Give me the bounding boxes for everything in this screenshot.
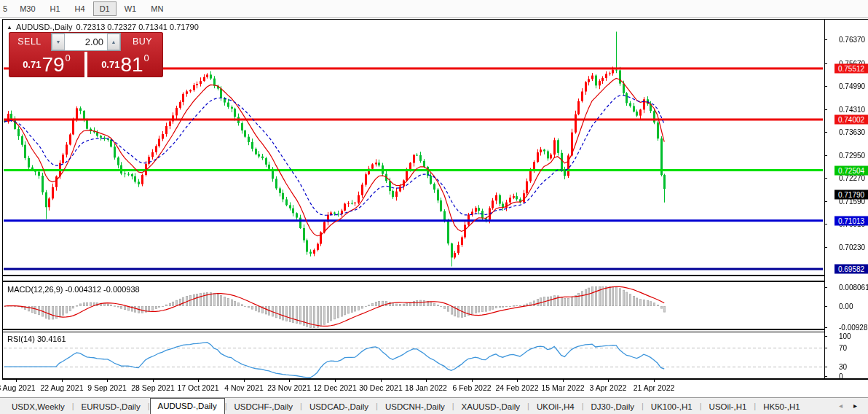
date-axis-tick xyxy=(198,379,199,382)
mt4-terminal: 5M30H1H4D1W1MN ▲ AUDUSD-,Daily 0.72313 0… xyxy=(0,0,868,414)
price-axis-label: 0.76370 xyxy=(839,36,865,44)
ask-price-big-digits: 81 xyxy=(120,55,143,75)
date-axis-tick xyxy=(472,379,473,382)
bid-price-pipette: 0 xyxy=(66,52,71,63)
date-axis-tick xyxy=(244,379,245,382)
rsi-axis-label: 70 xyxy=(839,344,847,352)
tab-usdcnh-daily[interactable]: USDCNH-,Daily xyxy=(378,400,452,414)
rsi-window-top-border xyxy=(2,332,824,332)
timeframe-button-h1[interactable]: H1 xyxy=(44,1,67,16)
chart-tab-bar: USDX,Weekly|EURUSD-,Daily|AUDUSD-,Daily|… xyxy=(0,397,868,414)
tab-audusd-daily[interactable]: AUDUSD-,Daily xyxy=(150,398,225,414)
date-axis-label: 4 Nov 2021 xyxy=(224,383,264,392)
timeframe-button-5[interactable]: 5 xyxy=(1,1,12,16)
date-axis-tick xyxy=(335,379,336,382)
rsi-axis-tick xyxy=(824,348,827,348)
timeframe-toolbar: 5M30H1H4D1W1MN xyxy=(0,0,868,18)
tab-uk100-h1[interactable]: UK100-,H1 xyxy=(644,400,700,414)
date-axis-tick xyxy=(654,379,655,382)
tab-usdchf-daily[interactable]: USDCHF-,Daily xyxy=(227,400,301,414)
volume-spinner: ▼ ▲ xyxy=(51,33,121,51)
collapse-triangle-icon[interactable]: ▲ xyxy=(7,24,12,31)
tab-scroll-left-icon[interactable]: ◂ xyxy=(839,402,843,410)
tab-xauusd-daily[interactable]: XAUUSD-,Daily xyxy=(454,400,528,414)
macd-axis-label: 0.00 xyxy=(839,302,853,310)
date-axis-tick xyxy=(426,379,427,382)
date-axis-label: 28 Sep 2021 xyxy=(131,383,175,392)
ask-price-prefix: 0.71 xyxy=(101,59,119,70)
ask-price-panel[interactable]: 0.71 81 0 xyxy=(87,52,163,77)
volume-decrease-button[interactable]: ▼ xyxy=(52,34,65,50)
price-badge: 0.69582 xyxy=(835,265,868,274)
one-click-trading-widget: SELL BUY ▼ ▲ 0.71 79 0 0.71 81 0 xyxy=(9,32,163,77)
tab-scroll-right-icon[interactable]: ▸ xyxy=(853,402,857,410)
timeframe-button-w1[interactable]: W1 xyxy=(118,1,143,16)
price-axis-label: 0.74310 xyxy=(839,106,865,114)
macd-window-bottom-border xyxy=(2,329,824,330)
timeframe-button-mn[interactable]: MN xyxy=(144,1,170,16)
price-axis-tick xyxy=(824,178,827,179)
price-axis-tick xyxy=(824,39,827,40)
date-axis-tick xyxy=(608,379,609,382)
bid-price-panel[interactable]: 0.71 79 0 xyxy=(9,52,84,77)
date-axis-tick xyxy=(517,379,518,382)
tab-dj30-daily[interactable]: DJ30-,Daily xyxy=(584,400,642,414)
rsi-axis-tick xyxy=(824,336,827,337)
volume-increase-button[interactable]: ▲ xyxy=(107,34,120,50)
date-axis-tick xyxy=(563,379,564,382)
date-axis-tick xyxy=(62,379,63,382)
price-axis-label: 0.72950 xyxy=(839,152,865,160)
chart-left-border xyxy=(2,19,3,379)
tab-ukoil-h4[interactable]: UKOil-,H4 xyxy=(529,400,582,414)
macd-axis-tick xyxy=(824,287,827,288)
price-axis-tick xyxy=(824,224,827,224)
date-axis-tick xyxy=(381,379,382,382)
date-axis-label: 24 Feb 2022 xyxy=(496,383,539,392)
volume-input[interactable] xyxy=(65,34,107,50)
price-axis-tick xyxy=(824,63,827,64)
tab-usdx-weekly[interactable]: USDX,Weekly xyxy=(4,400,72,414)
rsi-axis-label: 100 xyxy=(839,332,851,340)
chart-title: ▲ AUDUSD-,Daily 0.72313 0.72327 0.71341 … xyxy=(7,23,199,31)
macd-indicator-label: MACD(12,26,9) -0.004312 -0.000938 xyxy=(7,285,140,294)
rsi-axis-label: 30 xyxy=(839,363,847,371)
date-axis-tick xyxy=(16,379,17,382)
timeframe-button-m30[interactable]: M30 xyxy=(13,1,42,16)
date-axis-tick xyxy=(107,379,108,382)
tab-eurusd-daily[interactable]: EURUSD-,Daily xyxy=(74,400,148,414)
date-axis-tick xyxy=(289,379,290,382)
macd-axis-tick xyxy=(824,306,827,307)
macd-axis-label: 0.008061 xyxy=(839,284,868,292)
price-badge: 0.71790 xyxy=(835,190,868,200)
date-axis-label: 21 Apr 2022 xyxy=(634,383,675,392)
price-axis-separator xyxy=(824,19,825,379)
timeframe-button-d1[interactable]: D1 xyxy=(93,1,117,16)
price-axis-label: 0.73630 xyxy=(839,128,865,136)
macd-window-top-border xyxy=(2,281,824,282)
rsi-axis-tick xyxy=(824,367,827,367)
price-badge: 0.71013 xyxy=(835,216,868,226)
tab-hk50-h1[interactable]: HK50-,H1 xyxy=(756,400,808,414)
timeframe-button-h4[interactable]: H4 xyxy=(68,1,92,16)
date-axis-label: 6 Feb 2022 xyxy=(452,383,491,392)
price-axis-tick xyxy=(824,155,827,156)
bid-price-prefix: 0.71 xyxy=(23,59,41,70)
sell-button[interactable]: SELL xyxy=(9,32,50,52)
date-axis-label: 18 Jan 2022 xyxy=(405,383,447,392)
bid-price-big-digits: 79 xyxy=(42,55,64,75)
price-badge: 0.75512 xyxy=(835,64,868,74)
date-axis-label: 23 Nov 2021 xyxy=(267,383,311,392)
macd-axis-tick xyxy=(824,327,827,328)
price-axis-tick xyxy=(824,247,827,248)
price-axis-tick xyxy=(824,109,827,110)
tab-usoil-h1[interactable]: USOil-,H1 xyxy=(702,400,754,414)
rsi-window-bottom-border xyxy=(2,378,868,380)
price-badge: 0.72504 xyxy=(835,166,868,176)
tab-usdcad-daily[interactable]: USDCAD-,Daily xyxy=(302,400,376,414)
rsi-axis-label: 0 xyxy=(839,372,843,380)
price-badge: 0.74002 xyxy=(835,115,868,125)
buy-button[interactable]: BUY xyxy=(122,32,163,52)
date-axis-label: 12 Dec 2021 xyxy=(313,383,357,392)
price-axis-label: 0.74990 xyxy=(839,82,865,90)
main-window-bottom-border xyxy=(2,275,824,276)
